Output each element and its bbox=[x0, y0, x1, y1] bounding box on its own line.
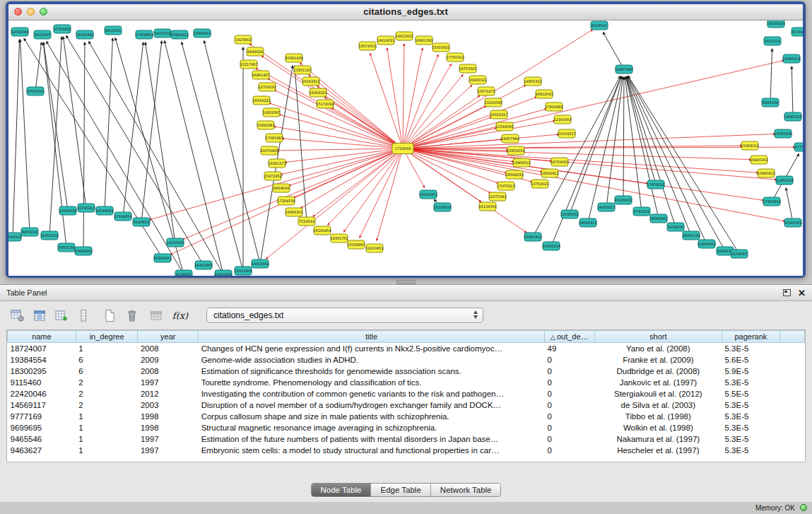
graph-node[interactable]: 11450234 bbox=[775, 176, 793, 185]
table-row[interactable]: 969969511998Structural magnetic resonanc… bbox=[8, 422, 805, 433]
graph-node[interactable]: 1920842 bbox=[235, 35, 252, 44]
delete-table-icon[interactable] bbox=[122, 307, 141, 324]
table-cell[interactable]: 1997 bbox=[138, 377, 199, 388]
graph-node[interactable]: 16845021 bbox=[469, 76, 486, 84]
table-cell[interactable]: Jankovic et al. (1997) bbox=[594, 377, 722, 388]
graph-node[interactable]: 10960412 bbox=[170, 30, 188, 39]
graph-node[interactable]: 10345062 bbox=[784, 218, 801, 227]
table-row[interactable]: 1456911722003Disruption of a novel membe… bbox=[8, 399, 805, 411]
close-window-button[interactable] bbox=[14, 8, 22, 16]
graph-node[interactable]: 18753021 bbox=[459, 64, 476, 73]
graph-node[interactable]: 17604982 bbox=[545, 103, 563, 111]
graph-node[interactable]: 15045032 bbox=[560, 210, 578, 218]
row-editor-icon[interactable] bbox=[74, 307, 93, 324]
close-panel-icon[interactable]: ✕ bbox=[798, 288, 806, 298]
graph-node[interactable]: 13216045 bbox=[484, 98, 502, 107]
table-cell[interactable]: Genome-wide association studies in ADHD. bbox=[199, 354, 545, 366]
table-cell[interactable]: 5.3E-5 bbox=[722, 411, 780, 422]
column-header-short[interactable]: short bbox=[594, 331, 722, 343]
graph-node[interactable]: 9415032 bbox=[154, 29, 171, 37]
graph-edge[interactable] bbox=[182, 42, 243, 271]
graph-edge[interactable] bbox=[403, 148, 764, 200]
table-cell[interactable]: 1998 bbox=[138, 422, 199, 433]
new-table-icon[interactable] bbox=[100, 307, 119, 324]
graph-node[interactable]: 8944024 bbox=[247, 47, 264, 56]
graph-node[interactable]: 20079491 bbox=[260, 146, 278, 155]
graph-node[interactable]: 16906301 bbox=[285, 208, 302, 216]
table-cell[interactable] bbox=[779, 366, 804, 377]
graph-edge[interactable] bbox=[277, 148, 403, 151]
table-selector-dropdown[interactable]: citations_edges.txt bbox=[206, 308, 483, 323]
table-cell[interactable] bbox=[779, 445, 804, 456]
graph-node[interactable]: 17081983 bbox=[265, 134, 283, 142]
graph-node[interactable]: 19415032 bbox=[251, 259, 269, 268]
table-cell[interactable] bbox=[779, 388, 804, 399]
graph-edge[interactable] bbox=[403, 148, 758, 173]
table-cell[interactable]: Investigating the contribution of common… bbox=[199, 388, 545, 399]
graph-node[interactable]: 10584032 bbox=[74, 247, 92, 255]
graph-node[interactable]: 11544091 bbox=[495, 122, 513, 131]
graph-node[interactable]: 13045208 bbox=[774, 129, 792, 138]
table-row[interactable]: 1938455462009Genome-wide association stu… bbox=[8, 354, 805, 366]
graph-node[interactable]: 18540912 bbox=[541, 169, 558, 177]
graph-node[interactable]: 17750312 bbox=[446, 53, 464, 62]
network-canvas[interactable]: 1724069192084289440241221798716961427127… bbox=[8, 21, 803, 276]
panel-resize-handle[interactable] bbox=[0, 279, 812, 284]
graph-edge[interactable] bbox=[403, 148, 425, 187]
graph-node[interactable]: 15583021 bbox=[432, 43, 449, 52]
graph-node[interactable]: 18687944 bbox=[615, 65, 632, 74]
table-row[interactable]: 2242004622012Investigating the contribut… bbox=[8, 388, 805, 399]
table-cell[interactable]: 2003 bbox=[138, 399, 199, 411]
table-cell[interactable]: Franke et al. (2009) bbox=[594, 354, 722, 366]
graph-node[interactable]: 18045962 bbox=[649, 214, 667, 223]
graph-node[interactable]: 15472952 bbox=[264, 172, 281, 180]
graph-edge[interactable] bbox=[770, 49, 772, 103]
graph-node[interactable]: 16140942 bbox=[76, 30, 93, 39]
graph-edge[interactable] bbox=[274, 90, 403, 148]
graph-node[interactable]: 14614021 bbox=[377, 36, 394, 45]
graph-node[interactable]: 17208454 bbox=[135, 30, 153, 39]
graph-edge[interactable] bbox=[623, 77, 624, 200]
graph-node[interactable]: 18549231 bbox=[505, 170, 523, 179]
graph-node[interactable]: 10674271 bbox=[477, 87, 495, 95]
network-graph[interactable]: 1724069192084289440241221798716961427127… bbox=[8, 21, 803, 276]
graph-node[interactable]: 10450214 bbox=[542, 242, 560, 250]
graph-node[interactable]: 20516541 bbox=[26, 87, 44, 95]
graph-node[interactable]: 8163041 bbox=[591, 21, 608, 30]
graph-edge[interactable] bbox=[387, 48, 403, 148]
memory-status-indicator[interactable] bbox=[800, 504, 807, 511]
graph-node[interactable]: 15174092 bbox=[316, 100, 334, 108]
network-window-titlebar[interactable]: citations_edges.txt bbox=[8, 4, 803, 21]
graph-node[interactable]: 9612045 bbox=[34, 30, 51, 39]
column-header-out_de…[interactable]: △out_de… bbox=[545, 331, 595, 343]
graph-edge[interactable] bbox=[281, 148, 403, 175]
table-cell[interactable]: 2008 bbox=[138, 366, 199, 377]
graph-edge[interactable] bbox=[105, 38, 112, 211]
float-panel-icon[interactable] bbox=[783, 289, 791, 296]
graph-node[interactable]: 16045218 bbox=[782, 54, 800, 63]
graph-node[interactable]: 12610651 bbox=[365, 244, 383, 252]
table-cell[interactable] bbox=[779, 433, 804, 445]
graph-edge[interactable] bbox=[295, 66, 307, 221]
graph-node[interactable]: 8945034 bbox=[762, 98, 779, 107]
graph-node[interactable]: 10840912 bbox=[757, 169, 775, 177]
graph-node[interactable]: 14850312 bbox=[524, 77, 541, 86]
table-cell[interactable]: 1 bbox=[76, 343, 138, 354]
table-cell[interactable]: 9115460 bbox=[8, 377, 76, 388]
graph-node[interactable]: 15958012 bbox=[741, 141, 758, 150]
table-cell[interactable]: 0 bbox=[545, 354, 595, 366]
graph-node[interactable]: 9145603 bbox=[133, 218, 150, 226]
network-window[interactable]: citations_edges.txt 17240691920842894402… bbox=[6, 1, 806, 278]
table-cell[interactable]: Tibbo et al. (1998) bbox=[594, 411, 722, 422]
table-cell[interactable]: de Silva et al. (2003) bbox=[594, 399, 722, 411]
graph-edge[interactable] bbox=[44, 42, 68, 211]
graph-edge[interactable] bbox=[123, 42, 143, 216]
graph-node[interactable]: 15804063 bbox=[193, 29, 211, 37]
table-cell[interactable]: 0 bbox=[545, 388, 595, 399]
graph-node[interactable]: 13754021 bbox=[531, 180, 548, 188]
table-cell[interactable]: Changes of HCN gene expression and I(f) … bbox=[199, 343, 545, 354]
graph-edge[interactable] bbox=[343, 148, 403, 232]
graph-edge[interactable] bbox=[626, 76, 676, 227]
graph-node[interactable]: 15854032 bbox=[507, 146, 524, 155]
table-cell[interactable]: 9777169 bbox=[8, 411, 76, 422]
